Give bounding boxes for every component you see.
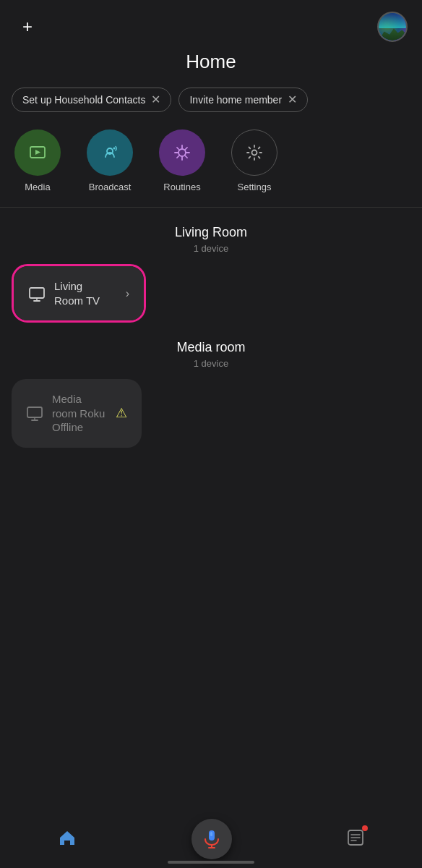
device-name-living-tv: LivingRoom TV [54, 279, 100, 307]
settings-icon [244, 142, 264, 163]
header: + [0, 0, 422, 48]
routines-label: Routines [163, 182, 200, 192]
warning-icon: ⚠ [116, 405, 127, 421]
svg-line-11 [185, 148, 187, 150]
mic-icon [201, 828, 223, 850]
avatar-sky [379, 13, 406, 28]
tv-offline-icon [26, 404, 43, 422]
routines-icon [172, 142, 192, 163]
svg-point-4 [178, 149, 186, 156]
media-icon [27, 142, 48, 163]
svg-marker-1 [35, 150, 40, 155]
action-broadcast[interactable]: Broadcast [87, 129, 133, 192]
nav-badge [362, 825, 368, 831]
device-card-living-room-tv[interactable]: LivingRoom TV › [14, 266, 144, 320]
add-button[interactable]: + [14, 14, 40, 40]
settings-label: Settings [238, 182, 272, 192]
action-settings[interactable]: Settings [231, 129, 277, 192]
chips-row: Set up Household Contacts ✕ Invite home … [0, 88, 422, 112]
home-icon [57, 827, 77, 848]
home-indicator-container [168, 858, 254, 864]
svg-line-10 [185, 156, 187, 158]
page-title: Home [0, 48, 422, 88]
broadcast-circle [87, 129, 133, 176]
chip-close-icon[interactable]: ✕ [151, 94, 160, 106]
profile-avatar[interactable] [377, 12, 408, 42]
spacer [0, 465, 422, 552]
svg-point-13 [252, 150, 257, 156]
room-device-count-media: 1 device [12, 358, 410, 369]
svg-rect-17 [27, 407, 42, 417]
chip-invite-home[interactable]: Invite home member ✕ [178, 88, 308, 112]
svg-rect-14 [30, 288, 44, 298]
quick-actions: Media Broadcast [0, 129, 422, 192]
svg-point-3 [113, 148, 116, 150]
room-device-count-living: 1 device [12, 243, 410, 254]
chip-household-contacts[interactable]: Set up Household Contacts ✕ [12, 88, 171, 112]
tv-icon [28, 285, 46, 302]
media-circle [14, 129, 61, 176]
device-name-media-roku: Mediaroom RokuOffline [52, 392, 105, 435]
svg-line-9 [177, 148, 179, 150]
highlighted-wrapper: LivingRoom TV › [12, 264, 146, 323]
broadcast-label: Broadcast [89, 182, 132, 192]
list-icon [346, 828, 365, 847]
avatar-image [379, 13, 406, 41]
chip-label: Invite home member [189, 94, 282, 106]
chevron-right-icon: › [126, 287, 129, 300]
routines-circle [159, 129, 205, 176]
section-divider [0, 207, 422, 208]
svg-line-12 [177, 156, 179, 158]
chip-close-icon[interactable]: ✕ [288, 94, 297, 106]
action-media[interactable]: Media [14, 129, 61, 192]
chip-label: Set up Household Contacts [22, 94, 145, 106]
device-card-media-roku[interactable]: Mediaroom RokuOffline ⚠ [12, 379, 142, 448]
room-media-room: Media room 1 device Mediaroom RokuOfflin… [0, 340, 422, 448]
room-title-living: Living Room [12, 225, 410, 240]
settings-circle [231, 129, 277, 176]
room-title-media: Media room [12, 340, 410, 355]
nav-home[interactable] [57, 827, 77, 851]
device-card-left: LivingRoom TV [28, 279, 100, 307]
svg-rect-23 [210, 832, 212, 836]
action-routines[interactable]: Routines [159, 129, 205, 192]
device-card-left-roku: Mediaroom RokuOffline [26, 392, 105, 435]
nav-routines[interactable] [346, 828, 365, 850]
room-living-room: Living Room 1 device LivingRoom TV › [0, 225, 422, 323]
broadcast-icon [100, 142, 120, 163]
media-label: Media [25, 182, 50, 192]
mic-button[interactable] [191, 819, 232, 859]
home-indicator [168, 861, 254, 864]
